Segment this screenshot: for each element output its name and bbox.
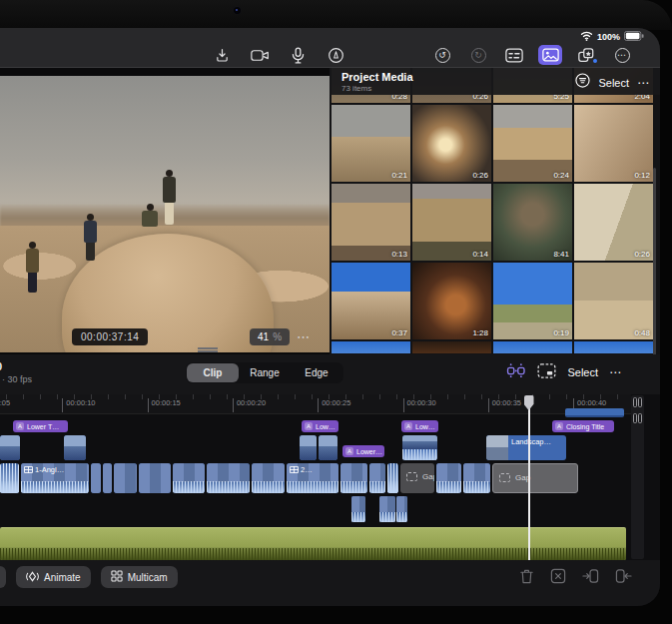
playhead[interactable] xyxy=(528,395,530,560)
connected-clip-below[interactable] xyxy=(379,496,395,522)
pencil-button[interactable] xyxy=(324,45,347,65)
media-title: Project Media xyxy=(341,71,413,83)
mode-edge[interactable]: Edge xyxy=(291,363,342,382)
media-thumbnail[interactable]: 0:48 xyxy=(574,263,653,339)
media-thumbnail[interactable]: 0:24 xyxy=(493,105,572,182)
storyline-clip[interactable] xyxy=(252,463,285,493)
connected-clip-below[interactable] xyxy=(351,496,365,522)
connected-clip[interactable] xyxy=(0,435,20,460)
media-thumbnail[interactable]: 0:12 xyxy=(574,105,653,182)
timeline-select-button[interactable]: Select xyxy=(567,366,598,378)
storyline-clip[interactable] xyxy=(114,463,137,493)
connected-clip-waveform xyxy=(396,512,407,522)
title-clip-icon: A xyxy=(345,447,353,455)
storyline-clip[interactable] xyxy=(139,463,171,493)
title-clip[interactable]: ALower T… xyxy=(13,420,68,432)
media-thumbnail[interactable] xyxy=(493,341,572,353)
connected-clip[interactable]: Landscap… xyxy=(486,435,566,460)
media-thumbnail[interactable]: 0:37 xyxy=(332,263,410,339)
storyline-clip[interactable] xyxy=(207,463,250,493)
timeline-scrollbar[interactable] xyxy=(631,395,644,559)
timeline-more-button[interactable]: ⋯ xyxy=(609,365,622,379)
media-thumbnail[interactable] xyxy=(412,341,491,353)
storyline-clip[interactable] xyxy=(463,463,490,493)
connected-clip[interactable] xyxy=(319,435,337,460)
storyline-clip[interactable]: 2… xyxy=(287,463,338,493)
scroll-indicator-bottom xyxy=(633,413,642,423)
import-button[interactable] xyxy=(210,45,234,65)
timeline-overview-icon[interactable] xyxy=(506,362,526,382)
media-thumbnail[interactable] xyxy=(332,341,410,353)
connected-clip-top[interactable] xyxy=(565,408,624,417)
connected-clip[interactable] xyxy=(402,435,437,460)
storyline-clip[interactable] xyxy=(387,463,398,493)
append-icon[interactable] xyxy=(615,568,632,584)
filter-icon[interactable] xyxy=(575,73,590,92)
media-thumbnail[interactable]: 0:13 xyxy=(332,184,410,261)
media-thumbnail[interactable]: 0:26 xyxy=(412,105,491,182)
title-clip[interactable]: ALow… xyxy=(302,420,338,432)
media-thumbnail[interactable]: 0:21 xyxy=(332,105,410,182)
media-select-button[interactable]: Select xyxy=(598,77,629,89)
more-button[interactable]: ⋯ xyxy=(610,45,634,65)
bluesky-thumbnail-image xyxy=(332,341,410,353)
animate-button[interactable]: Animate xyxy=(16,566,91,588)
redo-button[interactable]: ↻ xyxy=(466,45,490,65)
storyline-clip-waveform xyxy=(463,481,490,493)
connected-clip[interactable] xyxy=(64,435,86,460)
picture-in-picture-icon[interactable] xyxy=(537,363,556,382)
viewer-more-button[interactable]: ⋯ xyxy=(297,329,311,344)
media-grid: 0:280:265:252:040:210:260:240:120:130:14… xyxy=(332,68,655,354)
title-clip[interactable]: ALow… xyxy=(401,420,438,432)
storyline-clip[interactable] xyxy=(173,463,205,493)
media-thumbnail[interactable] xyxy=(574,341,653,353)
media-more-button[interactable]: ⋯ xyxy=(637,76,650,90)
title-clip[interactable]: ALower… xyxy=(342,445,384,457)
storyline-clip[interactable]: 1-Angl… xyxy=(21,463,89,493)
timeline[interactable]: 00:00:0500:00:1000:00:1500:00:2000:00:25… xyxy=(0,394,660,560)
connected-clip[interactable] xyxy=(300,435,317,460)
inspector-button[interactable] xyxy=(502,45,526,65)
media-thumbnail[interactable]: 1:28 xyxy=(412,263,491,339)
title-clip-icon: A xyxy=(16,422,24,430)
media-browser-button[interactable] xyxy=(538,45,562,65)
camera-button[interactable] xyxy=(248,45,272,65)
effects-browser-button[interactable] xyxy=(574,45,598,65)
storyline-clip[interactable] xyxy=(103,463,112,493)
clip-duration: 0:24 xyxy=(553,171,569,180)
media-thumbnail[interactable]: 0:14 xyxy=(412,184,491,261)
gap-clip[interactable]: Gap xyxy=(492,463,578,493)
media-scrollbar[interactable] xyxy=(653,168,656,354)
overwrite-icon[interactable] xyxy=(582,568,599,584)
microphone-button[interactable] xyxy=(286,45,310,65)
mode-clip[interactable]: Clip xyxy=(187,363,239,382)
multicam-clip-icon xyxy=(24,466,33,473)
timeline-ruler[interactable]: 00:00:0500:00:1000:00:1500:00:2000:00:25… xyxy=(0,394,631,414)
multicam-button[interactable]: Multicam xyxy=(101,566,178,588)
media-thumbnail[interactable]: 0:26 xyxy=(574,184,653,261)
viewer-video xyxy=(0,76,330,352)
media-thumbnail[interactable]: 0:19 xyxy=(493,263,572,339)
video-person-standing xyxy=(163,170,176,225)
storyline-clip[interactable] xyxy=(369,463,385,493)
storyline-clip[interactable] xyxy=(436,463,461,493)
blade-icon[interactable] xyxy=(550,568,566,584)
mode-range[interactable]: Range xyxy=(239,363,291,382)
undo-button[interactable]: ↺ xyxy=(430,45,454,65)
audio-clip[interactable] xyxy=(0,527,626,560)
clipped-left-button[interactable] xyxy=(0,566,6,588)
delete-icon[interactable] xyxy=(519,568,534,584)
storyline-clip[interactable] xyxy=(340,463,367,493)
title-clip[interactable]: AClosing Title xyxy=(552,420,614,432)
storyline-clip[interactable] xyxy=(0,463,19,493)
gap-clip[interactable]: Gap xyxy=(400,463,434,493)
media-thumbnail[interactable]: 8:41 xyxy=(493,184,572,261)
zoom-level[interactable]: 41% xyxy=(250,328,290,345)
storyline-clip[interactable] xyxy=(91,463,101,493)
viewer-panel[interactable]: 00:00:37:14 41% ⋯ xyxy=(0,68,330,354)
title-clip-label: Lower… xyxy=(356,448,382,455)
panel-resize-handle[interactable] xyxy=(198,347,218,352)
connected-clip-below[interactable] xyxy=(396,496,407,522)
edit-mode-control[interactable]: ClipRangeEdge xyxy=(186,362,343,383)
storyline-clip-filmstrip xyxy=(114,463,137,493)
